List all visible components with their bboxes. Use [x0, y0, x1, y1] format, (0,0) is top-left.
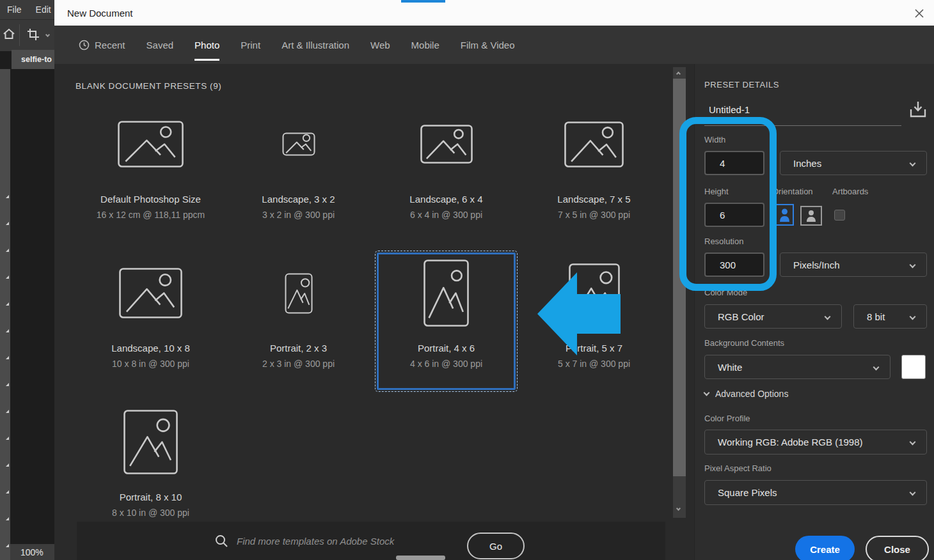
- orientation-label: Orientation: [772, 187, 813, 196]
- preset-card[interactable]: Landscape, 10 x 810 x 8 in @ 300 ppi: [77, 245, 225, 394]
- tool-flyout-triangle: [6, 437, 9, 440]
- preset-card[interactable]: Portrait, 2 x 32 x 3 in @ 300 ppi: [225, 245, 372, 394]
- tab-film-video[interactable]: Film & Video: [461, 26, 515, 64]
- orientation-landscape-button[interactable]: [800, 206, 822, 226]
- annotation-bottom-bar: [396, 556, 445, 560]
- color-mode-label: Color Mode: [704, 288, 747, 297]
- go-button[interactable]: Go: [467, 533, 525, 559]
- scrollbar-thumb[interactable]: [673, 79, 686, 476]
- chevron-down-icon: [910, 439, 916, 446]
- preset-name: Portrait, 5 x 7: [566, 341, 622, 355]
- tool-flyout-triangle: [6, 463, 9, 467]
- menu-file[interactable]: File: [7, 4, 22, 15]
- preset-card[interactable]: Portrait, 4 x 64 x 6 in @ 300 ppi: [372, 245, 520, 394]
- preset-thumbnail-icon: [520, 96, 668, 192]
- tool-flyout-triangle: [6, 490, 9, 494]
- photoshop-new-document-screen: File Edit selfie-to 100% New Document Re…: [0, 0, 934, 560]
- preset-card[interactable]: Landscape, 7 x 57 x 5 in @ 300 ppi: [520, 96, 668, 245]
- tool-flyout-triangle: [6, 329, 9, 332]
- scroll-up-icon[interactable]: [676, 72, 681, 76]
- tab-label: Web: [370, 40, 390, 51]
- adobe-stock-bar: Go: [77, 522, 665, 560]
- tab-saved[interactable]: Saved: [146, 26, 174, 64]
- advanced-options-toggle[interactable]: Advanced Options: [704, 389, 788, 399]
- chevron-down-icon: [910, 261, 916, 268]
- tab-label: Photo: [194, 40, 219, 51]
- section-title: BLANK DOCUMENT PRESETS (9): [75, 81, 221, 91]
- tool-strip[interactable]: [0, 69, 10, 560]
- resolution-input[interactable]: [704, 253, 764, 277]
- preset-card[interactable]: Landscape, 3 x 23 x 2 in @ 300 ppi: [225, 96, 372, 245]
- preset-name: Landscape, 10 x 8: [111, 341, 190, 355]
- pixel-aspect-ratio-label: Pixel Aspect Ratio: [704, 463, 772, 473]
- tab-art-illustration[interactable]: Art & Illustration: [281, 26, 349, 64]
- preset-name: Landscape, 7 x 5: [557, 192, 630, 206]
- clock-icon: [79, 40, 90, 51]
- crop-tool-icon[interactable]: [27, 28, 40, 41]
- tab-web[interactable]: Web: [370, 26, 390, 64]
- preset-thumbnail-icon: [372, 96, 520, 192]
- scroll-down-icon[interactable]: [676, 506, 681, 511]
- background-contents-value: White: [718, 362, 742, 373]
- preset-thumbnail-icon: [77, 245, 225, 341]
- preset-card[interactable]: Landscape, 6 x 46 x 4 in @ 300 ppi: [372, 96, 520, 245]
- document-tab[interactable]: selfie-to: [12, 50, 54, 69]
- color-profile-label: Color Profile: [704, 414, 750, 423]
- preset-name: Portrait, 8 x 10: [120, 490, 182, 504]
- preset-spec: 4 x 6 in @ 300 ppi: [410, 357, 482, 371]
- width-input[interactable]: [704, 151, 764, 175]
- tab-print[interactable]: Print: [241, 26, 260, 64]
- options-divider: [19, 24, 20, 46]
- preset-spec: 3 x 2 in @ 300 ppi: [262, 208, 335, 222]
- document-name-input[interactable]: Untitled-1: [709, 104, 750, 115]
- preset-card[interactable]: Portrait, 8 x 108 x 10 in @ 300 ppi: [77, 394, 225, 543]
- menu-edit[interactable]: Edit: [36, 4, 51, 15]
- tab-recent[interactable]: Recent: [79, 26, 125, 64]
- tab-label: Saved: [146, 40, 174, 51]
- chevron-down-icon: [873, 364, 880, 370]
- tool-flyout-triangle: [6, 544, 9, 547]
- home-icon[interactable]: [3, 27, 15, 40]
- background-contents-dropdown[interactable]: White: [704, 355, 890, 379]
- resolution-unit-value: Pixels/Inch: [793, 260, 840, 270]
- name-underline: [704, 125, 901, 126]
- color-mode-value: RGB Color: [718, 311, 764, 322]
- preset-details-title: PRESET DETAILS: [704, 80, 779, 89]
- unit-value: Inches: [793, 158, 821, 169]
- zoom-level[interactable]: 100%: [10, 544, 54, 560]
- close-button[interactable]: Close: [866, 536, 929, 560]
- color-mode-dropdown[interactable]: RGB Color: [704, 304, 842, 329]
- background-color-swatch[interactable]: [901, 355, 926, 379]
- unit-dropdown[interactable]: Inches: [780, 151, 927, 175]
- preset-spec: 5 x 7 in @ 300 ppi: [558, 357, 630, 371]
- dialog-titlebar: New Document: [54, 0, 934, 26]
- tab-photo[interactable]: Photo: [194, 26, 219, 64]
- portrait-person-icon: [779, 208, 790, 222]
- pixel-aspect-ratio-dropdown[interactable]: Square Pixels: [704, 480, 927, 505]
- tab-mobile[interactable]: Mobile: [411, 26, 439, 64]
- background-contents-label: Background Contents: [704, 338, 784, 348]
- scrollbar-track[interactable]: [673, 67, 686, 518]
- color-profile-dropdown[interactable]: Working RGB: Adobe RGB (1998): [704, 430, 927, 455]
- close-icon[interactable]: [911, 5, 928, 22]
- preset-spec: 7 x 5 in @ 300 ppi: [558, 208, 630, 222]
- preset-spec: 2 x 3 in @ 300 ppi: [262, 357, 335, 371]
- presets-panel: BLANK DOCUMENT PRESETS (9) Default Photo…: [54, 64, 694, 560]
- annotation-top-bar: [401, 0, 445, 3]
- save-preset-icon[interactable]: [908, 100, 928, 119]
- tool-flyout-triangle: [6, 383, 9, 386]
- preset-spec: 10 x 8 in @ 300 ppi: [112, 357, 189, 371]
- chevron-down-icon: [910, 313, 916, 320]
- resolution-unit-dropdown[interactable]: Pixels/Inch: [780, 253, 927, 277]
- bit-depth-dropdown[interactable]: 8 bit: [853, 304, 927, 329]
- chevron-down-icon: [825, 313, 831, 320]
- preset-card[interactable]: Default Photoshop Size16 x 12 cm @ 118,1…: [77, 96, 225, 245]
- artboards-checkbox[interactable]: [834, 210, 845, 221]
- resolution-label: Resolution: [704, 237, 743, 246]
- stock-search-input[interactable]: [237, 531, 461, 551]
- create-button[interactable]: Create: [795, 536, 855, 560]
- orientation-portrait-button[interactable]: [775, 204, 794, 226]
- preset-card[interactable]: Portrait, 5 x 75 x 7 in @ 300 ppi: [520, 245, 668, 394]
- height-input[interactable]: [704, 203, 764, 227]
- tool-flyout-triangle: [6, 195, 9, 198]
